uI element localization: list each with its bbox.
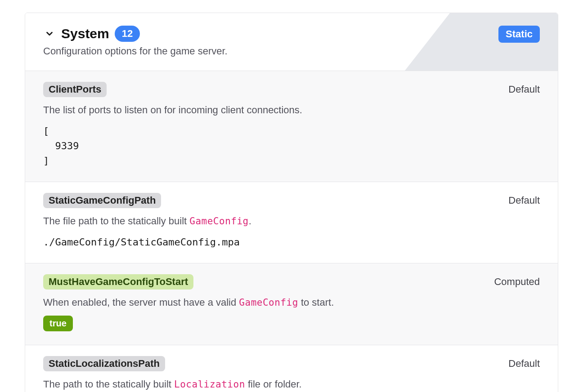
config-item: MustHaveGameConfigToStartComputedWhen en… <box>25 263 558 346</box>
chevron-down-icon[interactable] <box>43 27 56 40</box>
config-panel: System 12 Configuration options for the … <box>25 13 558 392</box>
config-source: Computed <box>494 276 540 288</box>
config-item-header: MustHaveGameConfigToStartComputed <box>43 274 540 290</box>
config-item-header: ClientPortsDefault <box>43 82 540 97</box>
config-item: StaticGameConfigPathDefaultThe file path… <box>25 182 558 263</box>
section-subtitle: Configuration options for the game serve… <box>43 45 540 57</box>
config-name: StaticGameConfigPath <box>43 193 161 208</box>
panel-header: System 12 Configuration options for the … <box>25 13 558 71</box>
config-items: ClientPortsDefaultThe list of ports to l… <box>25 71 558 392</box>
section-count-badge: 12 <box>115 26 140 42</box>
config-name: MustHaveGameConfigToStart <box>43 274 193 290</box>
config-name: StaticLocalizationsPath <box>43 356 165 371</box>
config-description: The list of ports to listen on for incom… <box>43 103 540 117</box>
config-source: Default <box>508 358 540 370</box>
inline-code: GameConfig <box>239 297 298 308</box>
section-title: System <box>61 26 109 41</box>
config-description: The path to the statically built Localiz… <box>43 378 540 392</box>
config-name: ClientPorts <box>43 82 107 97</box>
config-value: [ 9339 ] <box>43 124 540 168</box>
inline-code: GameConfig <box>189 216 248 227</box>
config-value: ./GameConfig/StaticGameConfig.mpa <box>43 235 540 249</box>
config-description: The file path to the statically built Ga… <box>43 214 540 228</box>
config-item-header: StaticLocalizationsPathDefault <box>43 356 540 371</box>
inline-code: Localization <box>174 379 245 390</box>
static-badge: Static <box>498 26 540 43</box>
config-item: ClientPortsDefaultThe list of ports to l… <box>25 71 558 182</box>
config-source: Default <box>508 84 540 95</box>
config-item: StaticLocalizationsPathDefaultThe path t… <box>25 345 558 392</box>
config-item-header: StaticGameConfigPathDefault <box>43 193 540 208</box>
config-description: When enabled, the server must have a val… <box>43 296 540 310</box>
config-source: Default <box>508 195 540 206</box>
bool-value-badge: true <box>43 316 73 331</box>
